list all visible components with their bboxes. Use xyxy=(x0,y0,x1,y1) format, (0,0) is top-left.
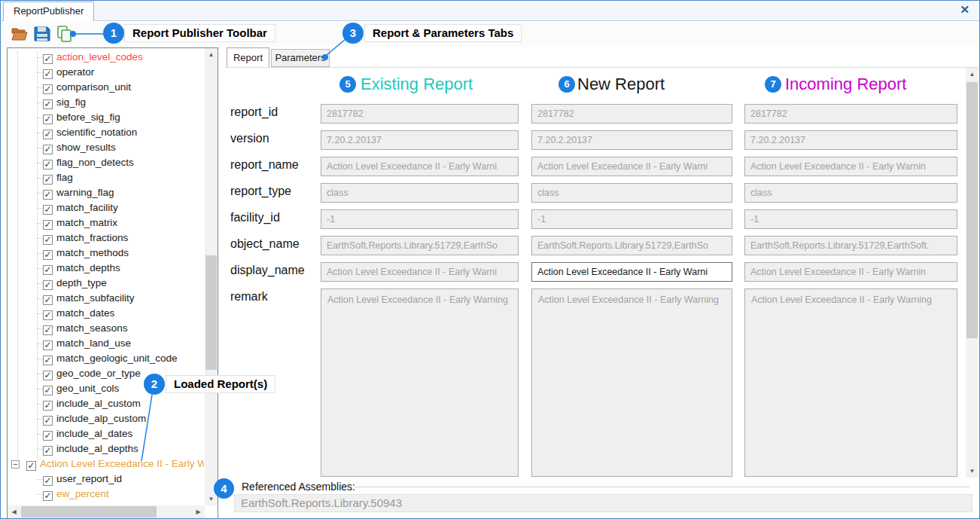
checkbox[interactable]: ✓ xyxy=(43,371,53,380)
field-input-report_type-col0[interactable]: class xyxy=(321,183,519,203)
checkbox[interactable]: ✓ xyxy=(43,280,53,290)
collapse-toggle-icon[interactable]: − xyxy=(11,460,20,469)
referenced-assemblies-field[interactable]: EarthSoft.Reports.Library.50943 xyxy=(234,494,972,512)
tree-item[interactable]: ✓before_sig_fig xyxy=(8,110,204,125)
tree-item[interactable]: ✓warning_flag xyxy=(8,185,204,200)
checkbox[interactable]: ✓ xyxy=(43,431,53,441)
checkbox[interactable]: ✓ xyxy=(43,205,53,215)
tree-item[interactable]: ✓operator xyxy=(8,65,204,80)
tree-item[interactable]: ✓match_geologic_unit_code xyxy=(8,351,204,366)
checkbox[interactable]: ✓ xyxy=(43,175,53,185)
checkbox[interactable]: ✓ xyxy=(43,325,53,335)
tree-item[interactable]: ✓sig_fig xyxy=(8,95,204,110)
tab-report[interactable]: Report xyxy=(227,47,269,67)
tree-item[interactable]: ✓match_seasons xyxy=(8,321,204,336)
field-input-report_id-col0[interactable]: 2817782 xyxy=(321,104,519,124)
tree-item[interactable]: ✓scientific_notation xyxy=(8,125,204,140)
field-input-object_name-col0[interactable]: EarthSoft.Reports.Library.51729,EarthSo xyxy=(321,236,519,255)
scroll-left-icon[interactable]: ◀ xyxy=(8,505,20,518)
field-input-report_id-col2[interactable]: 2817782 xyxy=(744,104,957,124)
checkbox[interactable]: ✓ xyxy=(43,190,53,200)
field-input-remark-col2[interactable]: Action Level Exceedance II - Early Warni… xyxy=(744,289,957,477)
checkbox[interactable]: ✓ xyxy=(43,84,53,94)
field-input-report_name-col1[interactable]: Action Level Exceedance II - Early Warni xyxy=(531,157,732,176)
checkbox[interactable]: ✓ xyxy=(43,99,53,109)
checkbox[interactable]: ✓ xyxy=(43,235,53,245)
checkbox[interactable]: ✓ xyxy=(43,130,53,139)
tab-reportpublisher[interactable]: ReportPublisher xyxy=(3,2,94,21)
tree-item[interactable]: ✓match_depths xyxy=(8,261,204,276)
tree-item[interactable]: ✓user_report_id xyxy=(8,472,204,487)
checkbox[interactable]: ✓ xyxy=(26,461,36,471)
checkbox[interactable]: ✓ xyxy=(43,310,53,320)
main-vscroll-thumb[interactable] xyxy=(966,82,978,338)
checkbox[interactable]: ✓ xyxy=(43,340,53,350)
checkbox[interactable]: ✓ xyxy=(43,476,53,486)
tree-item[interactable]: ✓include_alp_custom xyxy=(8,411,204,426)
field-input-version-col0[interactable]: 7.20.2.20137 xyxy=(321,130,519,150)
tree-item[interactable]: ✓match_methods xyxy=(8,246,204,261)
scroll-up-icon[interactable]: ▲ xyxy=(205,48,218,61)
tree-item[interactable]: ✓match_matrix xyxy=(8,215,204,230)
tree-vscroll-thumb[interactable] xyxy=(205,255,217,370)
tree-item[interactable]: ✓include_al_dates xyxy=(8,426,204,441)
scroll-right-icon[interactable]: ▶ xyxy=(192,505,205,518)
scroll-up-icon[interactable]: ▲ xyxy=(966,68,978,81)
checkbox[interactable]: ✓ xyxy=(43,491,53,501)
tree-item[interactable]: ✓include_al_custom xyxy=(8,396,204,411)
field-input-version-col2[interactable]: 7.20.2.20137 xyxy=(744,130,957,150)
tab-parameters[interactable]: Parameters xyxy=(271,49,330,67)
field-input-object_name-col2[interactable]: EarthSoft.Reports.Library.51729,EarthSof… xyxy=(744,236,957,255)
checkbox[interactable]: ✓ xyxy=(43,356,53,365)
tree-hscroll-thumb[interactable] xyxy=(21,506,157,517)
tree-item[interactable]: ✓match_subfacility xyxy=(8,291,204,306)
close-icon[interactable]: ✕ xyxy=(960,4,969,16)
field-input-report_name-col0[interactable]: Action Level Exceedance II - Early Warni xyxy=(321,157,519,176)
main-vertical-scrollbar[interactable]: ▲ ▼ xyxy=(966,68,978,478)
field-input-facility_id-col0[interactable]: -1 xyxy=(321,209,519,229)
checkbox[interactable]: ✓ xyxy=(43,295,53,305)
tree-item[interactable]: ✓match_dates xyxy=(8,306,204,321)
tree-item[interactable]: −✓Action Level Exceedance II - Early Wa xyxy=(8,456,204,472)
checkbox[interactable]: ✓ xyxy=(43,220,53,230)
tree-vertical-scrollbar[interactable]: ▲ ▼ xyxy=(205,48,218,505)
field-input-object_name-col1[interactable]: EarthSoft.Reports.Library.51729,EarthSo xyxy=(531,236,732,255)
field-input-display_name-col2[interactable]: Action Level Exceedance II - Early Warni… xyxy=(744,262,957,282)
field-input-display_name-col1[interactable]: Action Level Exceedance II - Early Warni xyxy=(531,262,732,282)
publish-report-icon[interactable] xyxy=(55,24,75,44)
tree-item[interactable]: ✓match_land_use xyxy=(8,336,204,351)
checkbox[interactable]: ✓ xyxy=(43,250,53,260)
tree-item[interactable]: ✓match_facility xyxy=(8,200,204,215)
tree-item[interactable]: ✓depth_type xyxy=(8,276,204,291)
checkbox[interactable]: ✓ xyxy=(43,114,53,124)
tree-item[interactable]: ✓ew_percent xyxy=(8,487,204,502)
scroll-down-icon[interactable]: ▼ xyxy=(966,465,978,478)
checkbox[interactable]: ✓ xyxy=(43,69,53,79)
tree-item[interactable]: ✓action_level_codes xyxy=(8,50,204,65)
field-input-display_name-col0[interactable]: Action Level Exceedance II - Early Warni xyxy=(321,262,519,282)
tree-item[interactable]: ✓show_results xyxy=(8,140,204,155)
tree-item[interactable]: ✓flag xyxy=(8,170,204,185)
field-input-version-col1[interactable]: 7.20.2.20137 xyxy=(531,130,732,150)
field-input-report_type-col2[interactable]: class xyxy=(744,183,957,203)
checkbox[interactable]: ✓ xyxy=(43,54,53,64)
checkbox[interactable]: ✓ xyxy=(43,416,53,426)
tree-item[interactable]: ✓match_fractions xyxy=(8,230,204,246)
tree-item[interactable]: ✓include_al_depths xyxy=(8,441,204,456)
checkbox[interactable]: ✓ xyxy=(43,401,53,411)
field-input-report_name-col2[interactable]: Action Level Exceedance II - Early Warni… xyxy=(744,157,957,176)
checkbox[interactable]: ✓ xyxy=(43,386,53,395)
save-icon[interactable] xyxy=(32,24,52,44)
field-input-facility_id-col2[interactable]: -1 xyxy=(744,209,957,229)
field-input-remark-col1[interactable]: Action Level Exceedance II - Early Warni… xyxy=(531,289,732,477)
field-input-report_type-col1[interactable]: class xyxy=(531,183,732,203)
field-input-remark-col0[interactable]: Action Level Exceedance II - Early Warni… xyxy=(321,289,519,477)
checkbox[interactable]: ✓ xyxy=(43,265,53,275)
checkbox[interactable]: ✓ xyxy=(43,446,53,456)
checkbox[interactable]: ✓ xyxy=(43,160,53,169)
field-input-facility_id-col1[interactable]: -1 xyxy=(531,209,732,229)
tree-horizontal-scrollbar[interactable]: ◀ ▶ xyxy=(8,505,205,518)
checkbox[interactable]: ✓ xyxy=(43,145,53,154)
tree-item[interactable]: ✓comparison_unit xyxy=(8,80,204,95)
open-folder-icon[interactable] xyxy=(10,24,29,44)
